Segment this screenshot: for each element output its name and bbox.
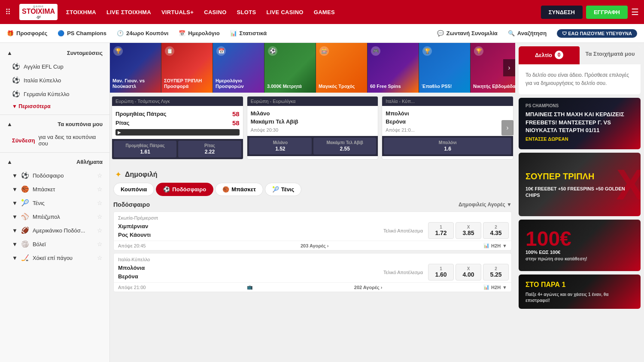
coupons-expand-icon: ▲: [7, 121, 12, 127]
collapse-icon4: ▼: [12, 214, 18, 220]
nav-ps-champions[interactable]: 🔵 PS Champions: [58, 30, 106, 36]
sports-expand-icon: ▲: [7, 159, 12, 165]
betslip-card: Δελτίο 0 Τα Στοιχήματά μου Το δελτίο σου…: [519, 46, 641, 94]
coupons-header[interactable]: ▲ Τα κουπόνια μου: [0, 118, 109, 131]
star-icon5[interactable]: ☆: [97, 227, 103, 234]
search-button[interactable]: 🔍 Αναζήτηση: [508, 30, 547, 36]
live-match-league-2: Ιταλία - Κύπ...: [382, 97, 513, 106]
nav-stats[interactable]: 📊 Στατιστικά: [230, 30, 267, 36]
nav-stoixima[interactable]: ΣΤΟΙΧΗΜΑ: [66, 9, 96, 15]
shortcuts-more[interactable]: ▼ Περισσότερα: [0, 101, 109, 112]
odd-cell-2-1[interactable]: 2 5.25: [483, 264, 509, 281]
sidebar-divider-2: [0, 152, 109, 153]
odds-group-0: 1 1.72 X 3.85 2 4.35: [428, 222, 509, 239]
promo-card-2[interactable]: 📅 Ημερολόγιο Προσφορών: [213, 43, 264, 93]
sidebar-item-american-football[interactable]: ▼ 🏈 Αμερικάνικο Ποδόσ... ☆: [0, 223, 109, 237]
star-icon3[interactable]: ☆: [97, 199, 103, 206]
star-popular-icon: ✦: [115, 170, 122, 179]
betslip-tab-active[interactable]: Δελτίο 0: [519, 46, 580, 64]
sidebar-item-basketball[interactable]: ▼ 🏀 Μπάσκετ ☆: [0, 182, 109, 196]
team2-popular-0: Ρος Κάουντι: [118, 231, 378, 239]
promo-card-0[interactable]: 🏆 Μαν. Γιουν. vs Νιούκαστλ: [110, 43, 161, 93]
promo-card-3[interactable]: ⚽ 3.000€ Μετρητά: [264, 43, 316, 93]
shortcuts-expand-icon: ▲: [7, 50, 12, 56]
odd-home-0[interactable]: Προμηθέας Πάτρας 1.61: [114, 141, 176, 157]
odd-cell-1-0[interactable]: 1 1.72: [428, 222, 454, 239]
live-match-card-2[interactable]: Ιταλία - Κύπ... Μπολόνι Βερόνα Απόψε 21:…: [382, 96, 513, 160]
star-icon4[interactable]: ☆: [97, 213, 103, 220]
odd-cell-1-1[interactable]: 1 1.60: [428, 264, 454, 281]
sidebar-item-efl[interactable]: ⚽ Αγγλία EFL Cup: [0, 60, 109, 73]
nav-offers[interactable]: 🎁 Προσφορές: [7, 30, 47, 36]
odd-cell-2-0[interactable]: 2 4.35: [483, 222, 509, 239]
star-icon2[interactable]: ☆: [97, 186, 103, 193]
nav-coupon24[interactable]: 🕐 24ωρο Κουπόνι: [117, 30, 168, 36]
sidebar-item-baseball[interactable]: ▼ ⚾ Μπέιζμπολ ☆: [0, 210, 109, 223]
nav-slots[interactable]: SLOTS: [237, 9, 256, 15]
nav-live[interactable]: LIVE ΣΤΟΙΧΗΜΑ: [106, 9, 151, 15]
login-link[interactable]: Σύνδεση: [12, 137, 35, 144]
hamburger-icon[interactable]: ☰: [631, 7, 639, 17]
nav-calendar[interactable]: 📅 Ημερολόγιο: [179, 30, 219, 36]
h2h-button-1[interactable]: 📊 H2H ▼: [483, 284, 507, 290]
banner-100-bonus[interactable]: 100€ 100% ΕΩΣ 100€ στην πρώτη σου κατάθε…: [519, 220, 641, 271]
live-indicator-0: ▶: [115, 129, 240, 136]
odd-cell-x-0[interactable]: X 3.85: [456, 222, 481, 239]
register-button[interactable]: ΕΓΓΡΑΦΗ: [586, 6, 628, 19]
sidebar-item-tennis[interactable]: ▼ 🎾 Τένις ☆: [0, 196, 109, 210]
main-layout: ▲ Συντομεύσεις ⚽ Αγγλία EFL Cup ⚽ Ιταλία…: [0, 43, 644, 362]
odd1-2[interactable]: Μπολόνι 1.6: [384, 138, 511, 154]
tab-tennis[interactable]: 🎾 Τένις: [265, 183, 301, 196]
tab-basketball[interactable]: 🏀 Μπάσκετ: [215, 183, 263, 196]
banner-super-tripla[interactable]: ΣΟΥΠΕΡ ΤΡΙΠΛΗ 10€ FREEBET +50 FREESPINS …: [519, 153, 641, 216]
odd-value-x-1: 4.00: [462, 271, 474, 278]
promo-card-4[interactable]: 🎰 Μαγικός Τροχός: [316, 43, 368, 93]
odd-label-x-1: X: [467, 266, 470, 271]
promo-card-6[interactable]: 🏆 Έπαθλο PS5!: [419, 43, 471, 93]
arrow-right-icon: ›: [327, 243, 329, 248]
popular-section: ✦ Δημοφιλή Κουπόνια ⚽ Ποδόσφαιρο 🏀 Μπάσκ…: [110, 163, 515, 298]
promo-card-5[interactable]: 🎮 60 Free Spins: [368, 43, 419, 93]
sidebar-item-football[interactable]: ▼ ⚽ Ποδόσφαιρο ☆: [0, 169, 109, 182]
nav-casino[interactable]: CASINO: [204, 9, 226, 15]
more-markets-0[interactable]: 203 Αγορές ›: [301, 243, 329, 248]
live-chat-button[interactable]: 💬 Ζωντανή Συνομιλία: [437, 30, 498, 36]
promo-cards-row: 🏆 Μαν. Γιουν. vs Νιούκαστλ 📋 ΣΟΥΠΕΡ ΤΡΙΠ…: [110, 43, 515, 93]
odd-cell-x-1[interactable]: X 4.00: [456, 264, 481, 281]
sidebar-item-italy-cup[interactable]: ⚽ Ιταλία Κύπελλο: [0, 73, 109, 87]
login-button[interactable]: ΣΥΝΔΕΣΗ: [541, 6, 583, 19]
coupons-login-prompt[interactable]: Σύνδεση για να δεις τα κουπόνια σου: [0, 131, 109, 150]
odd-away-0[interactable]: Ρίτας 2.22: [178, 141, 241, 157]
live-matches-next-button[interactable]: ›: [501, 120, 513, 136]
sidebar-item-volleyball[interactable]: ▼ 🏐 Βόλεϊ ☆: [0, 237, 109, 251]
match-league-1: Ιταλία-Κύπελλο: [118, 257, 150, 262]
promo-next-button[interactable]: ›: [503, 59, 515, 76]
star-icon7[interactable]: ☆: [97, 254, 103, 261]
tab-football[interactable]: ⚽ Ποδόσφαιρο: [156, 183, 213, 196]
banner-ps-champions[interactable]: PS CHAMPIONS ΜΠΑΙΝΕΙΣ ΣΤΗ ΜΑΧΗ ΚΑΙ ΚΕΡΔΙ…: [519, 98, 641, 149]
star-icon6[interactable]: ☆: [97, 241, 103, 247]
logo[interactable]: game STOIXIMA .gr: [19, 4, 58, 21]
banner-para1[interactable]: ΣΤΟ ΠΑΡΑ 1 Παίξε 4+ αγώνες και αν χάσεις…: [519, 275, 641, 309]
betslip-tab-mybets[interactable]: Τα Στοιχήματά μου: [580, 46, 641, 64]
sidebar-item-germany-cup[interactable]: ⚽ Γερμανία Κύπελλο: [0, 87, 109, 101]
odd2-1[interactable]: Μακάμπι Τελ Αβίβ 2.55: [313, 138, 376, 154]
nav-virtuals[interactable]: VIRTUALS+: [161, 9, 194, 15]
promo-card-1[interactable]: 📋 ΣΟΥΠΕΡ ΤΡΙΠΛΗ Προσφορά: [161, 43, 213, 93]
grid-icon[interactable]: ⠿: [5, 7, 11, 17]
live-match-body-1: Μιλάνο Μακάμπι Τελ Αβίβ Απόψε 20:30: [247, 106, 378, 136]
h2h-button-0[interactable]: 📊 H2H ▼: [483, 243, 507, 248]
promo-title-3: 3.000€ Μετρητά: [267, 84, 313, 89]
live-match-card-1[interactable]: Ευρώπη - Ευρωλίγκα Μιλάνο Μακάμπι Τελ Αβ…: [247, 96, 379, 160]
shortcuts-header[interactable]: ▲ Συντομεύσεις: [0, 46, 109, 60]
sports-header[interactable]: ▲ Αθλήματα: [0, 155, 109, 169]
nav-live-casino[interactable]: LIVE CASINO: [266, 9, 303, 15]
popular-markets-dropdown[interactable]: Δημοφιλείς Αγορές ▼: [459, 202, 512, 208]
odd1-1[interactable]: Μιλάνο 1.52: [249, 138, 312, 154]
sidebar-item-hockey[interactable]: ▼ 🏒 Χόκεϊ επί πάγου ☆: [0, 251, 109, 265]
star-icon[interactable]: ☆: [97, 172, 103, 179]
live-match-card-0[interactable]: Ευρώπη - Τσάμπιονς Λιγκ Προμηθέας Πάτρας…: [112, 96, 243, 160]
more-markets-1[interactable]: 202 Αγορές ›: [354, 285, 383, 290]
nav-games[interactable]: GAMES: [314, 9, 335, 15]
tab-coupons[interactable]: Κουπόνια: [113, 183, 154, 196]
